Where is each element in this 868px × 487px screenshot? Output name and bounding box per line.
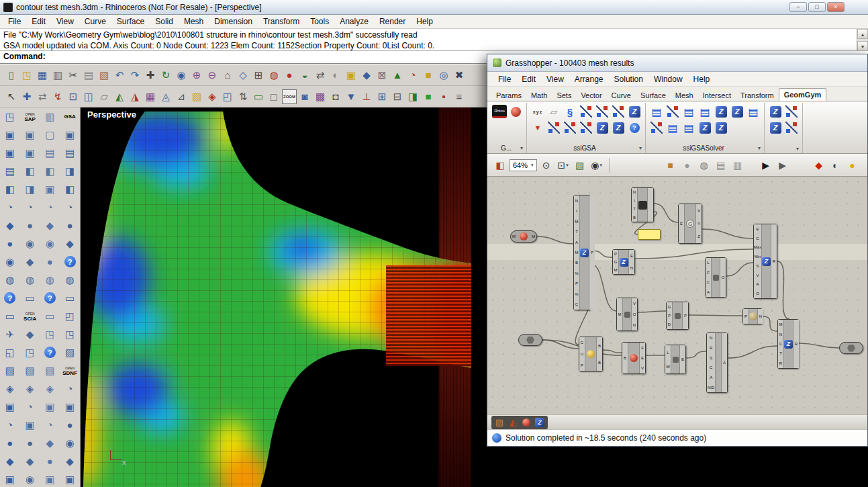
toolbar-icon[interactable]: ▩: [313, 89, 328, 104]
toolbar-icon[interactable]: ✖: [452, 68, 467, 83]
toolbar-icon[interactable]: ◳: [19, 68, 34, 83]
map-icon[interactable]: ▧: [573, 158, 587, 173]
toolbar-icon[interactable]: ↻: [158, 68, 173, 83]
toolbar-icon[interactable]: ▧: [97, 68, 111, 83]
minimize-button[interactable]: –: [789, 2, 807, 12]
sidebar-icon[interactable]: ◔: [40, 198, 60, 216]
sidebar-icon[interactable]: ◧: [20, 162, 40, 180]
gh-menu-view[interactable]: View: [541, 73, 569, 85]
sidebar-icon[interactable]: ◔: [60, 198, 80, 216]
solve-step-icon[interactable]: ▶: [775, 158, 790, 173]
sidebar-icon[interactable]: ◈: [20, 380, 40, 398]
gh-component[interactable]: CUPBB: [579, 337, 603, 371]
waves-icon[interactable]: ▤: [665, 120, 681, 136]
gh-wire[interactable]: [726, 263, 753, 276]
mesh-icon[interactable]: ◭: [507, 416, 519, 429]
sidebar-icon[interactable]: ▨: [0, 361, 20, 380]
ssi-component-icon[interactable]: Z: [729, 103, 745, 120]
sidebar-icon[interactable]: ▣: [40, 180, 60, 198]
sidebar-icon[interactable]: ◨: [60, 162, 80, 180]
gh-component[interactable]: NRSCANIDA: [706, 333, 728, 393]
gh-wire[interactable]: [728, 346, 777, 358]
gh-canvas[interactable]: MMNtMTAMB%P%CZPNITBEGXYZPGMZENECMaxMinSV…: [487, 177, 867, 414]
sidebar-icon[interactable]: ◍: [60, 271, 80, 289]
toolbar-icon[interactable]: ▤: [81, 68, 96, 83]
toolbar-icon[interactable]: ▭: [251, 89, 266, 104]
toolbar-icon[interactable]: ◙: [297, 89, 312, 104]
gh-menu-help[interactable]: Help: [688, 73, 716, 85]
grasshopper-titlebar[interactable]: Grasshopper - 100403 mesh results: [487, 54, 867, 72]
xyz-icon[interactable]: xyz: [530, 103, 546, 120]
sphere-display-icon[interactable]: ●: [680, 158, 695, 173]
toolbar-icon[interactable]: ≡: [452, 89, 467, 104]
gh-wire[interactable]: [763, 316, 777, 331]
toolbar-icon[interactable]: ▦: [35, 68, 50, 83]
gh-tab-vector[interactable]: Vector: [576, 89, 606, 101]
toolbar-icon[interactable]: ⇅: [236, 89, 250, 104]
sidebar-icon[interactable]: ◔: [40, 416, 60, 434]
gh-wire[interactable]: [689, 315, 742, 316]
ssi-icon[interactable]: Z: [534, 416, 546, 429]
sidebar-icon[interactable]: ●: [40, 452, 60, 470]
toolbar-icon[interactable]: ◔: [405, 68, 420, 83]
help-question-icon[interactable]: ?: [60, 253, 80, 271]
sidebar-icon[interactable]: ▣: [0, 398, 20, 416]
sidebar-icon[interactable]: ◳: [0, 107, 20, 126]
sidebar-icon[interactable]: ▭: [40, 307, 60, 325]
wire-icon[interactable]: [783, 120, 800, 136]
sidebar-icon[interactable]: ▭: [20, 289, 40, 307]
sidebar-icon[interactable]: ▧: [40, 361, 60, 380]
menu-help[interactable]: Help: [411, 15, 438, 28]
sidebar-icon[interactable]: ●: [0, 434, 20, 452]
gh-tab-sets[interactable]: Sets: [552, 89, 576, 101]
sidebar-icon[interactable]: ◆: [60, 452, 80, 470]
menu-dimension[interactable]: Dimension: [209, 15, 258, 28]
document2-icon[interactable]: ▥: [730, 158, 745, 173]
sidebar-plugin-scia[interactable]: OPENSCIA: [20, 307, 40, 325]
gh-component[interactable]: BFEV: [622, 342, 646, 374]
sidebar-icon[interactable]: ✈: [0, 325, 20, 343]
sidebar-icon[interactable]: ◆: [0, 216, 20, 234]
toolbar-icon[interactable]: ◎: [436, 68, 451, 83]
sidebar-icon[interactable]: ◉: [20, 470, 40, 487]
sidebar-icon[interactable]: ▣: [60, 126, 80, 144]
wire-icon[interactable]: [578, 103, 594, 120]
sidebar-icon[interactable]: ◈: [40, 380, 60, 398]
menu-render[interactable]: Render: [374, 15, 411, 28]
gh-panel[interactable]: [638, 229, 661, 240]
sidebar-icon[interactable]: ◆: [0, 452, 20, 470]
toolbar-icon[interactable]: ▨: [189, 89, 204, 104]
gh-menu-file[interactable]: File: [493, 73, 516, 85]
sidebar-icon[interactable]: ◆: [40, 434, 60, 452]
menu-solid[interactable]: Solid: [150, 15, 179, 28]
sidebar-icon[interactable]: ◍: [0, 271, 20, 289]
gh-wire[interactable]: [537, 236, 573, 244]
toolbar-icon[interactable]: ◉: [174, 68, 189, 83]
sidebar-icon[interactable]: ●: [60, 216, 80, 234]
gh-wire[interactable]: [603, 350, 622, 353]
toolbar-icon[interactable]: ⊞: [251, 68, 266, 83]
toolbar-icon[interactable]: ◈: [205, 89, 220, 104]
wire-icon[interactable]: [783, 103, 800, 120]
gh-wire[interactable]: [799, 343, 839, 348]
waves-icon[interactable]: ▤: [745, 103, 761, 120]
menu-edit[interactable]: Edit: [26, 15, 51, 28]
shaded-display-icon[interactable]: ◍: [697, 158, 712, 173]
sidebar-icon[interactable]: ◱: [0, 343, 20, 361]
sidebar-icon[interactable]: ●: [20, 434, 40, 452]
toolbar-icon[interactable]: ◭: [112, 89, 127, 104]
toolbar-icon[interactable]: ◫: [81, 89, 96, 104]
toolbar-icon[interactable]: ■: [421, 68, 436, 83]
toolbar-icon[interactable]: ◮: [128, 89, 142, 104]
sidebar-icon[interactable]: ▣: [20, 126, 40, 144]
wire-icon[interactable]: [562, 120, 578, 136]
sidebar-icon[interactable]: ▣: [40, 398, 60, 416]
sidebar-icon[interactable]: ▣: [0, 126, 20, 144]
gh-wire[interactable]: [654, 204, 678, 222]
toolbar-icon[interactable]: ▱: [97, 89, 111, 104]
toolbar-icon[interactable]: ◰: [220, 89, 235, 104]
gh-menu-arrange[interactable]: Arrange: [569, 73, 609, 85]
chevron-down-icon[interactable]: ▾: [520, 145, 523, 151]
sidebar-icon[interactable]: ▤: [40, 144, 60, 162]
gh-component[interactable]: GPDP: [666, 302, 689, 330]
